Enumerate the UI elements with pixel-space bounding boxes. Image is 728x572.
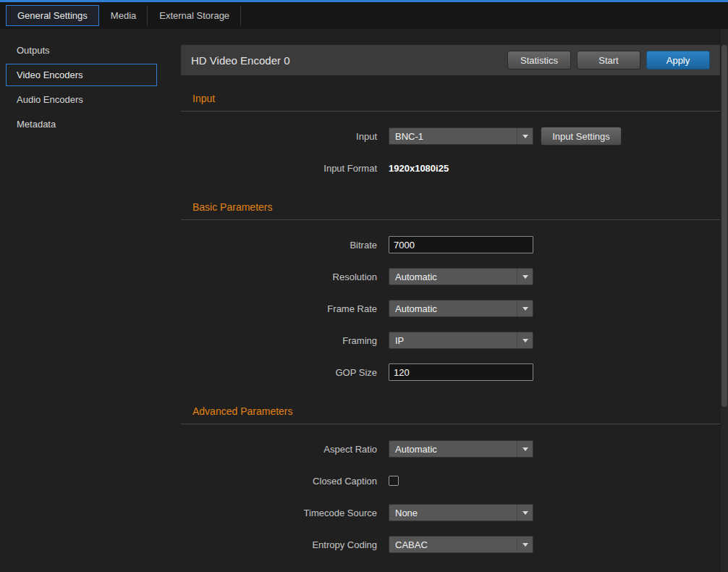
top-tab-bar: General Settings Media External Storage — [0, 2, 728, 29]
closed-caption-checkbox[interactable] — [389, 476, 399, 486]
frame-rate-label: Frame Rate — [181, 303, 389, 314]
resolution-dropdown[interactable]: Automatic — [389, 268, 533, 285]
timecode-source-label: Timecode Source — [181, 508, 389, 518]
form-row-entropy-coding: Entropy Coding CABAC — [181, 529, 720, 560]
chevron-down-icon — [517, 505, 533, 521]
form-row-bitrate: Bitrate — [181, 229, 720, 261]
input-format-value: 1920x1080i25 — [389, 163, 449, 174]
sidebar-item-audio-encoders[interactable]: Audio Encoders — [6, 88, 157, 111]
form-row-frame-rate: Frame Rate Automatic — [181, 293, 720, 324]
form-row-aspect-ratio: Aspect Ratio Automatic — [181, 433, 720, 465]
sidebar-item-video-encoders[interactable]: Video Encoders — [6, 64, 157, 86]
bitrate-input[interactable] — [389, 236, 533, 253]
bitrate-label: Bitrate — [181, 240, 389, 251]
timecode-source-dropdown-value: None — [389, 508, 517, 518]
form-row-closed-caption: Closed Caption — [181, 465, 720, 497]
scrollbar-thumb[interactable] — [721, 45, 727, 407]
chevron-down-icon — [517, 441, 533, 457]
form-row-input-format: Input Format 1920x1080i25 — [181, 152, 720, 184]
input-label: Input — [181, 131, 389, 142]
section-input-title: Input — [181, 93, 720, 112]
gop-size-input[interactable] — [389, 363, 533, 381]
sidebar-item-metadata[interactable]: Metadata — [6, 113, 157, 135]
sidebar: Outputs Video Encoders Audio Encoders Me… — [0, 29, 181, 572]
section-input: Input Input BNC-1 Input Settings Input F… — [181, 93, 720, 184]
form-row-input: Input BNC-1 Input Settings — [181, 120, 720, 152]
main-area: Outputs Video Encoders Audio Encoders Me… — [0, 29, 728, 572]
start-button[interactable]: Start — [577, 51, 640, 70]
framing-label: Framing — [181, 335, 389, 346]
entropy-coding-dropdown-value: CABAC — [389, 539, 517, 550]
chevron-down-icon — [517, 300, 533, 316]
chevron-down-icon — [517, 537, 533, 552]
frame-rate-dropdown[interactable]: Automatic — [389, 300, 533, 317]
entropy-coding-dropdown[interactable]: CABAC — [389, 536, 533, 553]
page-title: HD Video Encoder 0 — [191, 54, 501, 67]
closed-caption-label: Closed Caption — [181, 476, 389, 487]
aspect-ratio-dropdown-value: Automatic — [389, 444, 517, 455]
vertical-scrollbar[interactable] — [721, 29, 728, 572]
section-basic-parameters: Basic Parameters Bitrate Resolution Auto… — [181, 201, 720, 388]
encoder-header-bar: HD Video Encoder 0 Statistics Start Appl… — [181, 45, 720, 75]
framing-dropdown-value: IP — [389, 335, 517, 346]
resolution-dropdown-value: Automatic — [389, 272, 517, 282]
input-settings-button[interactable]: Input Settings — [541, 127, 622, 146]
framing-dropdown[interactable]: IP — [389, 332, 533, 349]
input-dropdown-value: BNC-1 — [389, 131, 517, 142]
input-dropdown[interactable]: BNC-1 — [389, 127, 533, 145]
aspect-ratio-label: Aspect Ratio — [181, 444, 389, 455]
tab-external-storage[interactable]: External Storage — [148, 5, 241, 26]
form-row-timecode-source: Timecode Source None — [181, 497, 720, 529]
chevron-down-icon — [517, 128, 533, 144]
section-basic-title: Basic Parameters — [181, 201, 720, 220]
section-advanced-title: Advanced Parameters — [181, 405, 720, 424]
aspect-ratio-dropdown[interactable]: Automatic — [389, 440, 533, 458]
section-advanced-parameters: Advanced Parameters Aspect Ratio Automat… — [181, 405, 720, 560]
gop-size-label: GOP Size — [181, 367, 389, 378]
chevron-down-icon — [517, 269, 533, 285]
content-panel: HD Video Encoder 0 Statistics Start Appl… — [181, 29, 728, 572]
apply-button[interactable]: Apply — [646, 51, 710, 70]
timecode-source-dropdown[interactable]: None — [389, 504, 533, 521]
chevron-down-icon — [517, 332, 533, 348]
form-row-resolution: Resolution Automatic — [181, 261, 720, 293]
resolution-label: Resolution — [181, 272, 389, 282]
input-format-label: Input Format — [181, 163, 389, 174]
entropy-coding-label: Entropy Coding — [181, 539, 389, 550]
tab-media[interactable]: Media — [99, 5, 148, 26]
tab-general-settings[interactable]: General Settings — [6, 5, 99, 26]
statistics-button[interactable]: Statistics — [507, 51, 571, 70]
form-row-gop-size: GOP Size — [181, 356, 720, 388]
form-row-framing: Framing IP — [181, 324, 720, 356]
sidebar-item-outputs[interactable]: Outputs — [6, 39, 157, 62]
frame-rate-dropdown-value: Automatic — [389, 303, 517, 314]
